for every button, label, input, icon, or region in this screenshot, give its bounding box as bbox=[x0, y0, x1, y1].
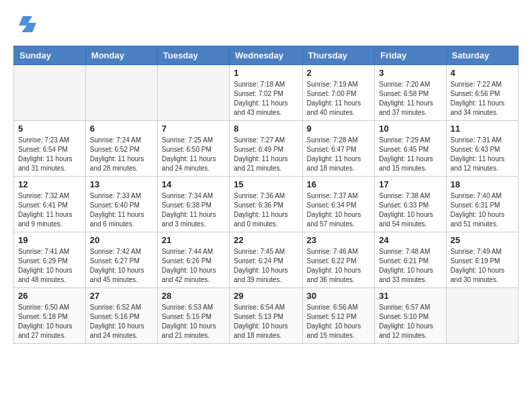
day-info: Sunrise: 6:57 AM Sunset: 5:10 PM Dayligh… bbox=[379, 303, 441, 340]
day-number: 16 bbox=[307, 179, 371, 189]
day-number: 9 bbox=[307, 124, 371, 134]
day-info: Sunrise: 7:49 AM Sunset: 6:19 PM Dayligh… bbox=[451, 247, 514, 285]
week-row-5: 26Sunrise: 6:50 AM Sunset: 5:18 PM Dayli… bbox=[14, 288, 519, 344]
calendar-cell: 10Sunrise: 7:29 AM Sunset: 6:45 PM Dayli… bbox=[375, 121, 446, 177]
calendar-cell bbox=[157, 65, 229, 121]
header-tuesday: Tuesday bbox=[157, 46, 229, 65]
day-number: 7 bbox=[162, 124, 225, 134]
day-number: 24 bbox=[379, 235, 441, 245]
header-sunday: Sunday bbox=[14, 46, 86, 65]
day-number: 10 bbox=[379, 124, 441, 134]
day-info: Sunrise: 7:31 AM Sunset: 6:43 PM Dayligh… bbox=[451, 136, 514, 173]
day-info: Sunrise: 7:28 AM Sunset: 6:47 PM Dayligh… bbox=[307, 136, 371, 173]
day-info: Sunrise: 7:23 AM Sunset: 6:54 PM Dayligh… bbox=[18, 136, 81, 173]
calendar-cell: 30Sunrise: 6:56 AM Sunset: 5:12 PM Dayli… bbox=[302, 288, 375, 344]
day-info: Sunrise: 7:24 AM Sunset: 6:52 PM Dayligh… bbox=[90, 136, 153, 173]
calendar-cell: 2Sunrise: 7:19 AM Sunset: 7:00 PM Daylig… bbox=[302, 65, 375, 121]
day-number: 21 bbox=[162, 235, 225, 245]
day-info: Sunrise: 7:18 AM Sunset: 7:02 PM Dayligh… bbox=[234, 80, 298, 118]
day-number: 27 bbox=[90, 291, 153, 301]
day-number: 22 bbox=[234, 235, 298, 245]
header-saturday: Saturday bbox=[446, 46, 518, 65]
week-row-2: 5Sunrise: 7:23 AM Sunset: 6:54 PM Daylig… bbox=[14, 121, 519, 177]
day-info: Sunrise: 7:25 AM Sunset: 6:50 PM Dayligh… bbox=[162, 136, 225, 173]
day-number: 29 bbox=[234, 291, 298, 301]
calendar-cell: 26Sunrise: 6:50 AM Sunset: 5:18 PM Dayli… bbox=[14, 288, 86, 344]
day-info: Sunrise: 7:34 AM Sunset: 6:38 PM Dayligh… bbox=[162, 191, 225, 229]
calendar-cell: 3Sunrise: 7:20 AM Sunset: 6:58 PM Daylig… bbox=[375, 65, 446, 121]
day-number: 23 bbox=[307, 235, 371, 245]
day-info: Sunrise: 6:54 AM Sunset: 5:13 PM Dayligh… bbox=[234, 303, 298, 340]
calendar-cell: 14Sunrise: 7:34 AM Sunset: 6:38 PM Dayli… bbox=[157, 177, 229, 232]
day-number: 6 bbox=[90, 124, 153, 134]
day-info: Sunrise: 7:19 AM Sunset: 7:00 PM Dayligh… bbox=[307, 80, 371, 118]
day-info: Sunrise: 7:42 AM Sunset: 6:27 PM Dayligh… bbox=[90, 247, 153, 285]
header-monday: Monday bbox=[85, 46, 157, 65]
day-number: 18 bbox=[451, 179, 514, 189]
calendar-header-row: SundayMondayTuesdayWednesdayThursdayFrid… bbox=[14, 46, 519, 65]
week-row-4: 19Sunrise: 7:41 AM Sunset: 6:29 PM Dayli… bbox=[14, 232, 519, 288]
day-number: 3 bbox=[379, 68, 441, 78]
calendar-cell: 15Sunrise: 7:36 AM Sunset: 6:36 PM Dayli… bbox=[230, 177, 303, 232]
day-info: Sunrise: 6:56 AM Sunset: 5:12 PM Dayligh… bbox=[307, 303, 371, 340]
calendar-cell bbox=[14, 65, 86, 121]
day-number: 5 bbox=[18, 124, 81, 134]
day-info: Sunrise: 7:37 AM Sunset: 6:34 PM Dayligh… bbox=[307, 191, 371, 229]
day-info: Sunrise: 7:36 AM Sunset: 6:36 PM Dayligh… bbox=[234, 191, 298, 229]
day-number: 11 bbox=[451, 124, 514, 134]
calendar-cell: 29Sunrise: 6:54 AM Sunset: 5:13 PM Dayli… bbox=[230, 288, 303, 344]
day-number: 1 bbox=[234, 68, 298, 78]
calendar-cell: 18Sunrise: 7:40 AM Sunset: 6:31 PM Dayli… bbox=[446, 177, 518, 232]
calendar-cell: 22Sunrise: 7:45 AM Sunset: 6:24 PM Dayli… bbox=[230, 232, 303, 288]
day-number: 12 bbox=[18, 179, 81, 189]
calendar-cell: 12Sunrise: 7:32 AM Sunset: 6:41 PM Dayli… bbox=[14, 177, 86, 232]
day-info: Sunrise: 7:46 AM Sunset: 6:22 PM Dayligh… bbox=[307, 247, 371, 285]
calendar-cell bbox=[446, 288, 518, 344]
day-number: 17 bbox=[379, 179, 441, 189]
day-info: Sunrise: 7:45 AM Sunset: 6:24 PM Dayligh… bbox=[234, 247, 298, 285]
day-info: Sunrise: 7:20 AM Sunset: 6:58 PM Dayligh… bbox=[379, 80, 441, 118]
day-number: 2 bbox=[307, 68, 371, 78]
calendar-cell: 17Sunrise: 7:38 AM Sunset: 6:33 PM Dayli… bbox=[375, 177, 446, 232]
calendar-cell: 8Sunrise: 7:27 AM Sunset: 6:49 PM Daylig… bbox=[230, 121, 303, 177]
calendar-cell: 4Sunrise: 7:22 AM Sunset: 6:56 PM Daylig… bbox=[446, 65, 518, 121]
day-info: Sunrise: 6:52 AM Sunset: 5:16 PM Dayligh… bbox=[90, 303, 153, 340]
page-header bbox=[13, 13, 519, 35]
calendar-cell: 20Sunrise: 7:42 AM Sunset: 6:27 PM Dayli… bbox=[85, 232, 157, 288]
day-info: Sunrise: 7:38 AM Sunset: 6:33 PM Dayligh… bbox=[379, 191, 441, 229]
logo bbox=[13, 13, 38, 35]
day-info: Sunrise: 7:27 AM Sunset: 6:49 PM Dayligh… bbox=[234, 136, 298, 173]
day-number: 26 bbox=[18, 291, 81, 301]
header-wednesday: Wednesday bbox=[230, 46, 303, 65]
calendar-cell: 31Sunrise: 6:57 AM Sunset: 5:10 PM Dayli… bbox=[375, 288, 446, 344]
svg-marker-0 bbox=[19, 16, 36, 32]
day-info: Sunrise: 6:53 AM Sunset: 5:15 PM Dayligh… bbox=[162, 303, 225, 340]
day-number: 28 bbox=[162, 291, 225, 301]
day-info: Sunrise: 6:50 AM Sunset: 5:18 PM Dayligh… bbox=[18, 303, 81, 340]
day-info: Sunrise: 7:29 AM Sunset: 6:45 PM Dayligh… bbox=[379, 136, 441, 173]
calendar-cell: 21Sunrise: 7:44 AM Sunset: 6:26 PM Dayli… bbox=[157, 232, 229, 288]
day-number: 13 bbox=[90, 179, 153, 189]
day-number: 20 bbox=[90, 235, 153, 245]
day-info: Sunrise: 7:44 AM Sunset: 6:26 PM Dayligh… bbox=[162, 247, 225, 285]
calendar-cell: 23Sunrise: 7:46 AM Sunset: 6:22 PM Dayli… bbox=[302, 232, 375, 288]
day-number: 25 bbox=[451, 235, 514, 245]
day-number: 30 bbox=[307, 291, 371, 301]
calendar-cell: 13Sunrise: 7:33 AM Sunset: 6:40 PM Dayli… bbox=[85, 177, 157, 232]
day-info: Sunrise: 7:22 AM Sunset: 6:56 PM Dayligh… bbox=[451, 80, 514, 118]
calendar-cell: 11Sunrise: 7:31 AM Sunset: 6:43 PM Dayli… bbox=[446, 121, 518, 177]
logo-icon bbox=[16, 13, 38, 35]
calendar-cell bbox=[85, 65, 157, 121]
calendar-cell: 7Sunrise: 7:25 AM Sunset: 6:50 PM Daylig… bbox=[157, 121, 229, 177]
calendar-cell: 19Sunrise: 7:41 AM Sunset: 6:29 PM Dayli… bbox=[14, 232, 86, 288]
calendar: SundayMondayTuesdayWednesdayThursdayFrid… bbox=[13, 46, 519, 344]
day-number: 15 bbox=[234, 179, 298, 189]
header-friday: Friday bbox=[375, 46, 446, 65]
calendar-cell: 6Sunrise: 7:24 AM Sunset: 6:52 PM Daylig… bbox=[85, 121, 157, 177]
calendar-cell: 9Sunrise: 7:28 AM Sunset: 6:47 PM Daylig… bbox=[302, 121, 375, 177]
day-number: 31 bbox=[379, 291, 441, 301]
day-info: Sunrise: 7:41 AM Sunset: 6:29 PM Dayligh… bbox=[18, 247, 81, 285]
calendar-cell: 5Sunrise: 7:23 AM Sunset: 6:54 PM Daylig… bbox=[14, 121, 86, 177]
header-thursday: Thursday bbox=[302, 46, 375, 65]
day-info: Sunrise: 7:48 AM Sunset: 6:21 PM Dayligh… bbox=[379, 247, 441, 285]
